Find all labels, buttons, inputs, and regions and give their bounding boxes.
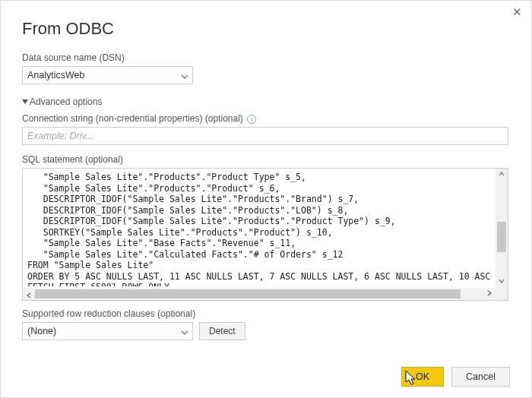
vscroll-thumb[interactable] [497, 222, 506, 252]
advanced-options-label: Advanced options [30, 96, 102, 107]
conn-string-label-text: Connection string (non-credential proper… [22, 113, 243, 124]
dialog-title: From ODBC [22, 19, 510, 39]
ok-button[interactable]: OK [401, 367, 444, 387]
detect-button[interactable]: Detect [199, 322, 245, 340]
conn-string-label: Connection string (non-credential proper… [22, 113, 510, 124]
dsn-value[interactable] [22, 66, 193, 84]
conn-string-input[interactable] [22, 127, 508, 145]
scroll-left-icon[interactable] [23, 290, 35, 302]
sql-statement-box [22, 168, 508, 301]
scroll-right-icon[interactable] [483, 288, 496, 300]
dialog-body: From ODBC Data source name (DSN) Advance… [1, 1, 531, 363]
scroll-corner [496, 288, 508, 300]
scroll-up-icon[interactable] [496, 169, 508, 181]
dsn-select[interactable] [22, 66, 193, 84]
row-reduction-label: Supported row reduction clauses (optiona… [22, 308, 510, 319]
sql-statement-input[interactable] [23, 169, 496, 286]
horizontal-scrollbar[interactable] [23, 288, 496, 300]
scroll-down-icon[interactable] [496, 276, 508, 288]
advanced-options-toggle[interactable]: Advanced options [22, 96, 510, 107]
triangle-down-icon [22, 100, 28, 104]
dsn-label: Data source name (DSN) [22, 52, 510, 63]
hscroll-thumb[interactable] [35, 289, 461, 298]
info-icon[interactable]: i [247, 115, 256, 124]
close-icon[interactable]: ✕ [512, 5, 522, 19]
row-reduction-select[interactable] [22, 322, 193, 340]
sql-label: SQL statement (optional) [22, 154, 510, 165]
cancel-button[interactable]: Cancel [451, 367, 510, 387]
row-reduction-value[interactable] [22, 322, 193, 340]
dialog-footer: OK Cancel [401, 367, 510, 387]
vertical-scrollbar[interactable] [496, 169, 508, 288]
